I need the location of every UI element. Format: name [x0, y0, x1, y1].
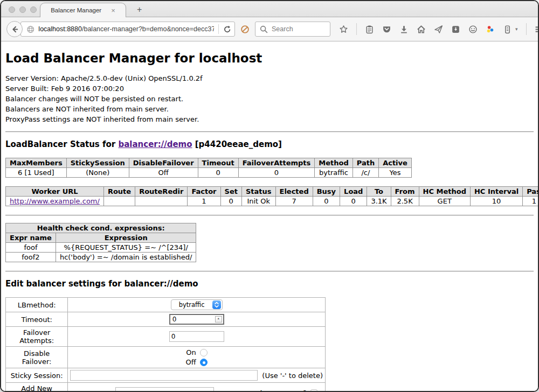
col-maxmembers: MaxMembers — [6, 158, 67, 168]
col-hc-interval: HC Interval — [470, 187, 522, 197]
timeout-input[interactable]: 0 ▴ — [169, 314, 224, 325]
search-input[interactable] — [272, 25, 326, 33]
url-host: localhost:8880 — [38, 25, 82, 33]
back-icon — [10, 25, 19, 34]
server-info: Server Version: Apache/2.5.0-dev (Unix) … — [5, 73, 534, 124]
confirm-checkbox[interactable] — [310, 389, 317, 392]
cell-factor: 1 — [188, 197, 220, 206]
star-icon[interactable] — [339, 25, 348, 34]
failover-attempts-input[interactable] — [169, 331, 224, 342]
cell-passes: 1 (0) — [523, 197, 538, 206]
table-header-row: MaxMembers StickySession DisableFailover… — [6, 158, 412, 168]
cell-failoverattempts: 0 — [238, 168, 315, 178]
inherit-note-line: Balancers are NOT inherited from main se… — [5, 104, 534, 114]
lbmethod-selected-value: bytraffic — [179, 301, 205, 309]
disable-failover-label: Disable Failover: — [6, 347, 68, 368]
col-active: Active — [379, 158, 412, 168]
worker-url-link[interactable]: http://www.example.com/ — [10, 197, 100, 205]
color-dots-icon[interactable] — [486, 25, 495, 34]
radio-off-label: Off — [186, 358, 196, 366]
balancer-demo-link[interactable]: balancer://demo — [118, 139, 192, 149]
lbmethod-select[interactable]: bytraffic — [171, 299, 223, 310]
table-header-row: Worker URL Route RouteRedir Factor Set S… — [6, 187, 538, 197]
number-spinner-icon[interactable]: ▴ — [215, 316, 222, 323]
window-minimize-button[interactable] — [19, 6, 26, 13]
tab-close-icon[interactable]: × — [111, 6, 115, 15]
cell-busy: 0 — [313, 197, 340, 206]
select-stepper-icon — [212, 300, 221, 309]
add-worker-input[interactable] — [115, 387, 214, 392]
sticky-session-label: Sticky Session: — [6, 368, 68, 383]
pocket-icon[interactable] — [382, 25, 391, 34]
url-path: /balancer-manager?b=demo&nonce=decc37be-… — [82, 25, 214, 33]
window-controls — [9, 6, 37, 13]
col-elected: Elected — [275, 187, 313, 197]
col-route: Route — [103, 187, 135, 197]
search-bar[interactable] — [255, 22, 330, 37]
col-from: From — [391, 187, 419, 197]
health-table-title: Health check cond. expressions: — [6, 223, 196, 233]
cell-hc-method: GET — [419, 197, 470, 206]
send-icon[interactable] — [434, 25, 443, 34]
col-path: Path — [353, 158, 378, 168]
radio-off[interactable] — [200, 359, 208, 366]
cell-elected: 7 — [275, 197, 313, 206]
reload-icon[interactable] — [223, 25, 231, 34]
url-text[interactable]: localhost:8880/balancer-manager?b=demo&n… — [38, 25, 213, 33]
proxypass-note-line: ProxyPass settings are NOT inherited fro… — [5, 114, 534, 124]
divider — [5, 215, 534, 216]
battery-icon[interactable] — [503, 25, 512, 34]
sticky-session-input[interactable] — [70, 370, 258, 381]
server-built-line: Server Built: Feb 9 2016 07:00:20 — [5, 83, 534, 94]
back-button[interactable] — [6, 21, 23, 37]
failover-attempts-label: Failover Attempts: — [6, 327, 68, 347]
worker-row: http://www.example.com/ 1 0 Init Ok 7 0 … — [6, 197, 538, 206]
divider — [5, 271, 534, 272]
tab-title: Balancer Manager — [51, 7, 101, 13]
menu-icon[interactable] — [535, 25, 539, 34]
col-hc-method: HC Method — [419, 187, 470, 197]
col-status: Status — [241, 187, 275, 197]
balancer-status-table: MaxMembers StickySession DisableFailover… — [5, 158, 412, 178]
download-icon[interactable] — [399, 25, 409, 34]
search-icon — [259, 25, 268, 34]
cell-load: 0 — [340, 197, 367, 206]
home-icon[interactable] — [417, 25, 426, 34]
clipboard-icon[interactable] — [365, 25, 374, 34]
loadbalancer-status-heading: LoadBalancer Status for balancer://demo … — [5, 139, 534, 149]
window-zoom-button[interactable] — [30, 6, 37, 13]
timeout-label: Timeout: — [6, 312, 68, 327]
timeout-row: Timeout: 0 ▴ — [6, 312, 326, 327]
status-heading-prefix: LoadBalancer Status for — [5, 139, 118, 149]
col-to: To — [367, 187, 391, 197]
timeout-value: 0 — [172, 316, 177, 323]
status-heading-suffix: [p4420eeae_demo] — [192, 139, 282, 149]
new-tab-button[interactable]: + — [134, 5, 145, 17]
health-title-row: Health check cond. expressions: — [6, 223, 196, 233]
col-passes: Passes — [523, 187, 538, 197]
radio-on-label: On — [186, 348, 196, 356]
smiley-icon[interactable] — [468, 25, 478, 34]
failover-attempts-row: Failover Attempts: — [6, 327, 326, 347]
toolbar-divider — [526, 23, 527, 35]
table-row: 6 [1 Used] (None) Off 0 0 bytraffic /c/ … — [6, 168, 412, 178]
content-blocked-button[interactable] — [240, 25, 250, 34]
window-close-button[interactable] — [9, 6, 15, 13]
col-method: Method — [315, 158, 353, 168]
page-content: Load Balancer Manager for localhost Serv… — [1, 41, 538, 392]
divider — [5, 131, 534, 132]
cell-method: bytraffic — [315, 168, 353, 178]
caret-down-icon[interactable]: ▾ — [515, 26, 518, 32]
radio-on[interactable] — [200, 349, 208, 356]
col-expr-name: Expr name — [6, 233, 56, 243]
toolbar-buttons: ▾ — [339, 23, 539, 35]
cell-expression: %{REQUEST_STATUS} =~ /^[234]/ — [56, 243, 196, 253]
cell-maxmembers: 6 [1 Used] — [6, 168, 67, 178]
tab-balancer-manager[interactable]: Balancer Manager × — [40, 3, 126, 17]
sticky-session-row: Sticky Session: (Use '-' to delete) — [6, 368, 326, 383]
cell-expression: hc('body') =~ /domain is established/ — [56, 253, 196, 262]
col-load: Load — [340, 187, 367, 197]
disable-failover-radios: On Off — [186, 348, 208, 366]
url-bar[interactable]: localhost:8880/balancer-manager?b=demo&n… — [20, 22, 235, 37]
save-box-icon[interactable] — [451, 25, 460, 34]
